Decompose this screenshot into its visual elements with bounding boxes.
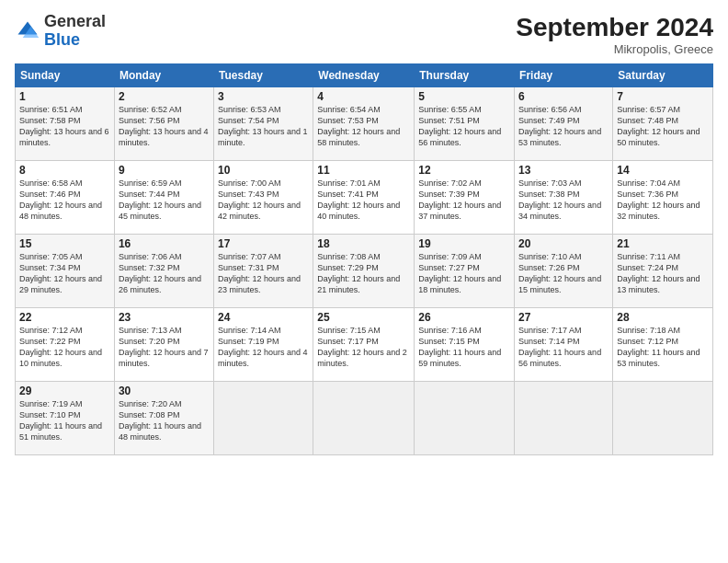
week-row-0: 1Sunrise: 6:51 AMSunset: 7:58 PMDaylight… <box>16 87 713 161</box>
day-week3-col6: 28Sunrise: 7:18 AMSunset: 7:12 PMDayligh… <box>613 308 713 382</box>
day-week0-col5: 6Sunrise: 6:56 AMSunset: 7:49 PMDaylight… <box>515 87 613 161</box>
page: General Blue September 2024 Mikropolis, … <box>0 0 728 563</box>
day-week4-col0: 29Sunrise: 7:19 AMSunset: 7:10 PMDayligh… <box>16 382 115 455</box>
day-week2-col0: 15Sunrise: 7:05 AMSunset: 7:34 PMDayligh… <box>16 235 115 308</box>
day-week2-col4: 19Sunrise: 7:09 AMSunset: 7:27 PMDayligh… <box>415 235 515 308</box>
day-week0-col1: 2Sunrise: 6:52 AMSunset: 7:56 PMDaylight… <box>114 87 213 161</box>
calendar-table: Sunday Monday Tuesday Wednesday Thursday… <box>15 63 713 455</box>
day-week4-col3 <box>313 382 415 455</box>
header: General Blue September 2024 Mikropolis, … <box>15 13 713 56</box>
day-week2-col3: 18Sunrise: 7:08 AMSunset: 7:29 PMDayligh… <box>313 235 415 308</box>
location: Mikropolis, Greece <box>516 42 713 56</box>
week-row-3: 22Sunrise: 7:12 AMSunset: 7:22 PMDayligh… <box>16 308 713 382</box>
logo: General Blue <box>15 13 106 50</box>
day-week1-col2: 10Sunrise: 7:00 AMSunset: 7:43 PMDayligh… <box>214 161 313 235</box>
day-week4-col5 <box>515 382 613 455</box>
day-week1-col5: 13Sunrise: 7:03 AMSunset: 7:38 PMDayligh… <box>515 161 613 235</box>
col-friday: Friday <box>515 64 613 87</box>
col-saturday: Saturday <box>613 64 713 87</box>
day-week3-col5: 27Sunrise: 7:17 AMSunset: 7:14 PMDayligh… <box>515 308 613 382</box>
day-week1-col3: 11Sunrise: 7:01 AMSunset: 7:41 PMDayligh… <box>313 161 415 235</box>
logo-text: General Blue <box>44 13 106 50</box>
day-week4-col1: 30Sunrise: 7:20 AMSunset: 7:08 PMDayligh… <box>114 382 213 455</box>
col-sunday: Sunday <box>16 64 115 87</box>
day-week4-col2 <box>214 382 313 455</box>
day-week2-col6: 21Sunrise: 7:11 AMSunset: 7:24 PMDayligh… <box>613 235 713 308</box>
week-row-2: 15Sunrise: 7:05 AMSunset: 7:34 PMDayligh… <box>16 235 713 308</box>
day-week1-col4: 12Sunrise: 7:02 AMSunset: 7:39 PMDayligh… <box>415 161 515 235</box>
day-week0-col4: 5Sunrise: 6:55 AMSunset: 7:51 PMDaylight… <box>415 87 515 161</box>
header-row: Sunday Monday Tuesday Wednesday Thursday… <box>16 64 713 87</box>
day-week3-col3: 25Sunrise: 7:15 AMSunset: 7:17 PMDayligh… <box>313 308 415 382</box>
day-week3-col0: 22Sunrise: 7:12 AMSunset: 7:22 PMDayligh… <box>16 308 115 382</box>
day-week2-col1: 16Sunrise: 7:06 AMSunset: 7:32 PMDayligh… <box>114 235 213 308</box>
month-title: September 2024 <box>516 13 713 42</box>
col-tuesday: Tuesday <box>214 64 313 87</box>
day-week3-col4: 26Sunrise: 7:16 AMSunset: 7:15 PMDayligh… <box>415 308 515 382</box>
day-week4-col6 <box>613 382 713 455</box>
col-monday: Monday <box>114 64 213 87</box>
col-thursday: Thursday <box>415 64 515 87</box>
day-week1-col0: 8Sunrise: 6:58 AMSunset: 7:46 PMDaylight… <box>16 161 115 235</box>
logo-icon <box>15 18 40 44</box>
week-row-1: 8Sunrise: 6:58 AMSunset: 7:46 PMDaylight… <box>16 161 713 235</box>
day-week3-col2: 24Sunrise: 7:14 AMSunset: 7:19 PMDayligh… <box>214 308 313 382</box>
day-week0-col2: 3Sunrise: 6:53 AMSunset: 7:54 PMDaylight… <box>214 87 313 161</box>
day-week1-col1: 9Sunrise: 6:59 AMSunset: 7:44 PMDaylight… <box>114 161 213 235</box>
day-1: 1Sunrise: 6:51 AMSunset: 7:58 PMDaylight… <box>16 87 115 161</box>
week-row-4: 29Sunrise: 7:19 AMSunset: 7:10 PMDayligh… <box>16 382 713 455</box>
day-week1-col6: 14Sunrise: 7:04 AMSunset: 7:36 PMDayligh… <box>613 161 713 235</box>
day-week4-col4 <box>415 382 515 455</box>
day-week0-col3: 4Sunrise: 6:54 AMSunset: 7:53 PMDaylight… <box>313 87 415 161</box>
day-week3-col1: 23Sunrise: 7:13 AMSunset: 7:20 PMDayligh… <box>114 308 213 382</box>
day-week2-col2: 17Sunrise: 7:07 AMSunset: 7:31 PMDayligh… <box>214 235 313 308</box>
day-week2-col5: 20Sunrise: 7:10 AMSunset: 7:26 PMDayligh… <box>515 235 613 308</box>
title-area: September 2024 Mikropolis, Greece <box>516 13 713 56</box>
day-week0-col6: 7Sunrise: 6:57 AMSunset: 7:48 PMDaylight… <box>613 87 713 161</box>
col-wednesday: Wednesday <box>313 64 415 87</box>
